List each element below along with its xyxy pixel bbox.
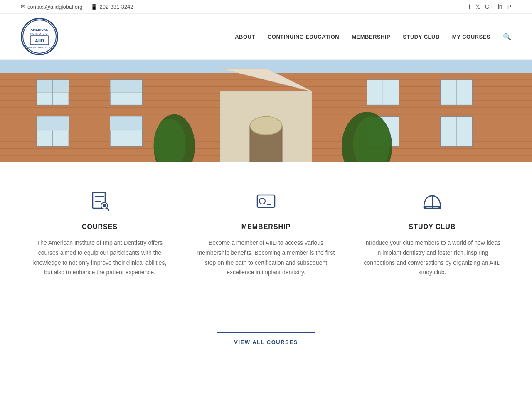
twitter-icon[interactable]: 𝕏 bbox=[475, 3, 480, 10]
svg-rect-32 bbox=[37, 116, 69, 130]
nav-membership[interactable]: MEMBERSHIP bbox=[352, 34, 390, 40]
svg-text:AMERICAN: AMERICAN bbox=[30, 28, 48, 32]
svg-line-54 bbox=[107, 208, 109, 210]
features-section: COURSES The American Institute of Implan… bbox=[0, 162, 532, 298]
svg-text:IMPLANT DENTISTRY: IMPLANT DENTISTRY bbox=[27, 46, 52, 49]
study-club-text: Introduce your club members to a world o… bbox=[362, 238, 503, 278]
courses-icon bbox=[29, 191, 170, 216]
feature-courses: COURSES The American Institute of Implan… bbox=[21, 182, 179, 286]
nav-study-club[interactable]: STUDY CLUB bbox=[403, 34, 440, 40]
email-address: contact@aiidglobal.org bbox=[27, 4, 82, 10]
svg-point-56 bbox=[259, 198, 265, 204]
social-links: f 𝕏 G+ in P bbox=[469, 3, 511, 10]
hero-building-svg bbox=[0, 60, 532, 162]
svg-text:AIID: AIID bbox=[35, 38, 44, 43]
nav-continuing-education[interactable]: CONTINUING EDUCATION bbox=[268, 34, 339, 40]
view-all-courses-button[interactable]: VIEW ALL COURSES bbox=[217, 332, 315, 352]
header: AMERICAN INSTITUTE OF AIID IMPLANT DENTI… bbox=[0, 14, 532, 60]
svg-rect-35 bbox=[110, 116, 142, 130]
feature-study-club: STUDY CLUB Introduce your club members t… bbox=[353, 182, 511, 286]
google-plus-icon[interactable]: G+ bbox=[485, 3, 493, 10]
main-nav: ABOUT CONTINUING EDUCATION MEMBERSHIP ST… bbox=[235, 33, 511, 41]
logo-svg: AMERICAN INSTITUTE OF AIID IMPLANT DENTI… bbox=[22, 19, 57, 54]
hero-image bbox=[0, 60, 532, 162]
phone-number: 202-331-3242 bbox=[99, 4, 133, 10]
nav-my-courses[interactable]: MY COURSES bbox=[452, 34, 490, 40]
membership-icon bbox=[195, 191, 337, 216]
study-club-icon bbox=[362, 191, 503, 216]
svg-point-53 bbox=[103, 204, 106, 207]
svg-text:INSTITUTE OF: INSTITUTE OF bbox=[30, 32, 49, 35]
section-divider bbox=[21, 303, 511, 303]
feature-membership: MEMBERSHIP Become a member of AIID to ac… bbox=[187, 182, 345, 286]
phone-icon: 📱 bbox=[91, 4, 97, 10]
building-background bbox=[0, 60, 532, 162]
search-icon[interactable]: 🔍 bbox=[503, 33, 511, 41]
courses-text: The American Institute of Implant Dentis… bbox=[29, 238, 170, 278]
svg-rect-55 bbox=[257, 195, 275, 207]
svg-point-43 bbox=[250, 116, 282, 135]
courses-title: COURSES bbox=[29, 223, 170, 231]
linkedin-icon[interactable]: in bbox=[498, 3, 502, 10]
pinterest-icon[interactable]: P bbox=[507, 3, 511, 10]
top-bar-contacts: ✉ contact@aiidglobal.org 📱 202-331-3242 bbox=[21, 4, 133, 10]
nav-about[interactable]: ABOUT bbox=[235, 34, 255, 40]
membership-title: MEMBERSHIP bbox=[195, 223, 337, 231]
email-contact[interactable]: ✉ contact@aiidglobal.org bbox=[21, 4, 82, 10]
cta-section: VIEW ALL COURSES bbox=[0, 307, 532, 377]
study-club-title: STUDY CLUB bbox=[362, 223, 503, 231]
phone-contact[interactable]: 📱 202-331-3242 bbox=[91, 4, 133, 10]
top-bar: ✉ contact@aiidglobal.org 📱 202-331-3242 … bbox=[0, 0, 532, 14]
facebook-icon[interactable]: f bbox=[469, 3, 470, 10]
logo: AMERICAN INSTITUTE OF AIID IMPLANT DENTI… bbox=[21, 18, 58, 55]
logo-area[interactable]: AMERICAN INSTITUTE OF AIID IMPLANT DENTI… bbox=[21, 18, 58, 55]
email-icon: ✉ bbox=[21, 4, 25, 10]
membership-text: Become a member of AIID to access variou… bbox=[195, 238, 337, 278]
